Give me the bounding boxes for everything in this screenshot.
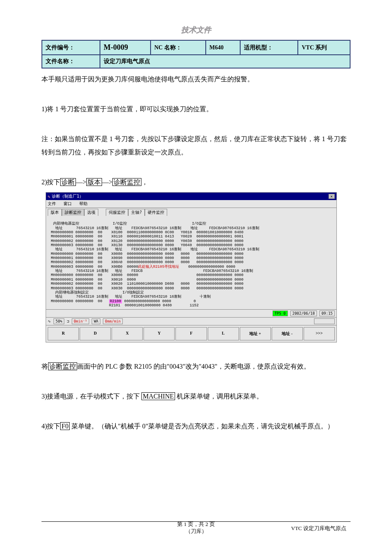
box-f0: F0	[60, 422, 70, 430]
btn-r[interactable]: R	[48, 327, 79, 340]
step3-a: 3)接通电源，在手动模式下，按下	[41, 393, 140, 400]
status-empty	[314, 318, 335, 324]
wave-icon: ∿	[48, 319, 51, 323]
status-feed-lbl: WA	[92, 318, 100, 324]
value-docno: M-0009	[100, 40, 151, 55]
status-spindle: 0min⁻¹	[72, 318, 90, 324]
value-model: VTC 系列	[298, 40, 350, 55]
box-machine: MACHINE	[141, 392, 175, 400]
spindle-icon: ⊐	[67, 319, 69, 323]
box-diagmon: 诊断监控	[112, 178, 141, 186]
step1-text: 1)将 1 号刀套位置置于当前位置，即可以实现换刀的位置。	[41, 103, 351, 116]
sep1: —>	[76, 178, 86, 186]
btn-l[interactable]: L	[208, 327, 239, 340]
btn-x[interactable]: X	[112, 327, 143, 340]
btn-f[interactable]: F	[175, 327, 207, 340]
status-time: 09:15	[319, 311, 335, 316]
wrench-icon: ✎	[48, 194, 50, 199]
label-docname: 文件名称：	[42, 55, 100, 68]
tab-option[interactable]: 选项	[84, 209, 98, 216]
tabbar: 版本 診断监控 选项 伺服监控 主轴? 硬件监控	[46, 208, 336, 216]
btn-addr-minus[interactable]: 地址 -	[272, 327, 303, 340]
box-version: 版本	[86, 178, 102, 186]
label-docno: 文件编号：	[42, 40, 100, 55]
box-diagnose: 诊断	[60, 178, 76, 186]
note-text: 注：如果当前位置不是 1 号刀套，先按以下步骤设定原点，然后，使刀库在正常状态下…	[41, 132, 351, 159]
window-title: 诊断（制造厂1）	[52, 193, 83, 199]
tab-spindle[interactable]: 主轴?	[128, 209, 145, 216]
header-table: 文件编号： M-0009 NC 名称： M640 适用机型： VTC 系列 文件…	[41, 40, 351, 68]
step4-b: 菜单键。（确认"机械手 0"菜单键是否为点亮状态，如果未点亮，请先设定机械手原点…	[71, 423, 334, 430]
step2-prefix: 2)按下	[41, 178, 60, 186]
intro-text: 本手顺只适用于因为更换刀库伺服电池使得电气原点丢失而产生的报警。	[41, 73, 351, 86]
step2-end: ，	[141, 178, 148, 186]
tab-servo[interactable]: 伺服监控	[106, 209, 128, 216]
tab-hw[interactable]: 硬件监控	[145, 209, 167, 216]
value-ncname: M640	[206, 40, 240, 55]
doc-title: 技术文件	[41, 25, 351, 35]
status-date: 2002/06/18	[290, 311, 317, 316]
diag-body: 内部继电器监控 I/O监控 I/O监控 地址 76543210 16進制 地址 …	[46, 216, 336, 309]
status-pct: 50%	[54, 318, 64, 324]
btn-d[interactable]: D	[80, 327, 111, 340]
step3-b: 机床菜单键，调用机床菜单。	[177, 393, 263, 400]
btn-y[interactable]: Y	[144, 327, 175, 340]
menu-file[interactable]: 文件	[48, 201, 56, 206]
aftershot-a: 将	[41, 363, 48, 370]
btn-addr-plus[interactable]: 地址 +	[240, 327, 271, 340]
titlebar: ✎ 诊断（制造厂1） ✕	[46, 193, 336, 200]
tab-diagmon[interactable]: 診断监控	[62, 209, 84, 216]
menubar: 文件 窗口 帮助	[46, 200, 336, 208]
step4-a: 4)按下	[41, 423, 60, 430]
label-model: 适用机型：	[240, 40, 298, 55]
sep2: —>	[102, 178, 112, 186]
menu-window[interactable]: 窗口	[63, 201, 72, 206]
menu-help[interactable]: 帮助	[79, 201, 88, 206]
status-bar2: ∿ 50% ⊐ 0min⁻¹ WA 0mm/min	[46, 317, 336, 325]
status-bar: TPS 0 2002/06/18 09:15	[46, 309, 336, 317]
aftershot-b: 画面中的 PLC 参数 R2105 的由"0043"改为"4043"，关断电源，…	[77, 363, 310, 370]
btn-more[interactable]: >>>	[304, 327, 335, 340]
screenshot-window: ✎ 诊断（制造厂1） ✕ 文件 窗口 帮助 版本 診断监控 选项 伺服监控 主轴…	[46, 192, 337, 342]
value-docname: 设定刀库电气原点	[100, 55, 350, 68]
status-feed: 0mm/min	[103, 318, 123, 324]
footer-right: VTC 设定刀库电气原点	[291, 525, 346, 532]
close-icon[interactable]: ✕	[329, 194, 335, 199]
status-mode: TPS 0	[273, 311, 288, 316]
box-diagmon2: 诊断监控	[48, 362, 77, 370]
label-ncname: NC 名称：	[151, 40, 206, 55]
button-bar: R D X Y F L 地址 + 地址 - >>>	[46, 325, 336, 342]
tab-version[interactable]: 版本	[48, 209, 62, 216]
